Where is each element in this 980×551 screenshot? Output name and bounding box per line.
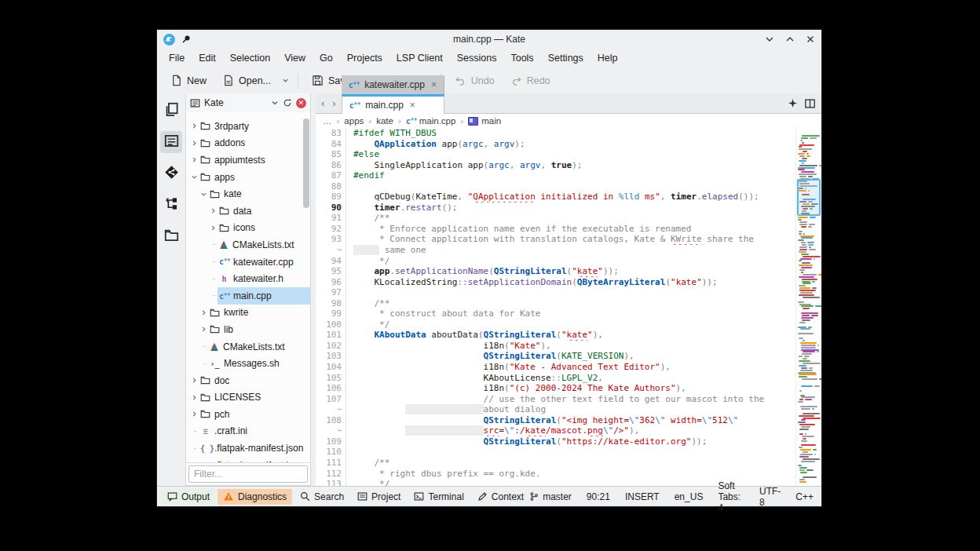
undo-button[interactable]: Undo <box>448 71 502 90</box>
statusbar-toggle-diagnostics[interactable]: Diagnostics <box>218 489 292 505</box>
tree-item-main.cpp[interactable]: ╶c++main.cpp <box>186 287 310 305</box>
tree-item-3rdparty[interactable]: 3rdparty <box>186 118 310 135</box>
statusbar-toggle-output[interactable]: Output <box>162 489 215 505</box>
tab-main.cpp[interactable]: c++main.cpp× <box>342 94 444 114</box>
expander-closed-icon[interactable] <box>189 394 199 401</box>
open-button[interactable]: Open... <box>215 71 278 90</box>
tab-katewaiter.cpp[interactable]: c++katewaiter.cpp× <box>342 75 444 94</box>
statusbar-toggle-search[interactable]: Search <box>294 489 349 505</box>
menu-tools[interactable]: Tools <box>503 50 540 66</box>
expander-closed-icon[interactable] <box>199 309 208 316</box>
expander-closed-icon[interactable] <box>189 411 199 418</box>
expander-closed-icon[interactable] <box>189 140 199 147</box>
menu-view[interactable]: View <box>277 50 313 66</box>
code-view[interactable]: 83#ifdef WITH_DBUS84 QApplication app(ar… <box>316 128 795 486</box>
tree-item-lib[interactable]: lib <box>186 321 310 338</box>
project-switch-chevron-icon[interactable] <box>271 99 279 107</box>
close-button[interactable] <box>806 35 815 44</box>
tab-close-icon[interactable]: × <box>408 100 415 111</box>
statusbar-soft-tabs-4[interactable]: Soft Tabs: 4 <box>718 480 744 513</box>
sidebar-tool-symbols[interactable] <box>160 194 182 216</box>
minimap-line <box>799 294 814 296</box>
tree-item-messages.sh[interactable]: ╶›_Messages.sh <box>186 355 310 372</box>
expander-closed-icon[interactable] <box>208 207 218 214</box>
tree-item-licenses[interactable]: LICENSES <box>186 389 310 407</box>
menu-lsp-client[interactable]: LSP Client <box>389 50 450 66</box>
minimap-line <box>804 356 810 357</box>
statusbar-en-us[interactable]: en_US <box>675 491 704 502</box>
tree-item-icons[interactable]: icons <box>186 220 310 237</box>
tree-scrollbar[interactable] <box>303 119 309 208</box>
tree-item-addons[interactable]: addons <box>186 135 310 152</box>
statusbar-master[interactable]: master <box>529 491 572 502</box>
breadcrumb-label: … <box>323 116 332 126</box>
tree-item-.flatpak-manifest.json[interactable]: ╶{ }.flatpak-manifest.json <box>186 440 310 457</box>
tree-item-apps[interactable]: apps <box>186 169 310 186</box>
menu-go[interactable]: Go <box>313 50 340 66</box>
split-view-icon[interactable] <box>805 99 815 108</box>
statusbar-utf-8[interactable]: UTF-8 <box>759 486 781 508</box>
tree-item-katewaiter.h[interactable]: ╶hkatewaiter.h <box>186 270 310 287</box>
statusbar-c-[interactable]: C++ <box>795 491 814 502</box>
breadcrumb-item--[interactable]: … <box>323 116 332 126</box>
menu-projects[interactable]: Projects <box>340 50 389 66</box>
menu-sessions[interactable]: Sessions <box>450 50 504 66</box>
expander-open-icon[interactable] <box>199 191 208 198</box>
expander-closed-icon[interactable] <box>189 122 199 130</box>
filter-input[interactable] <box>188 465 308 483</box>
tree-item-appiumtests[interactable]: appiumtests <box>186 151 310 169</box>
breadcrumb-item-apps[interactable]: apps <box>344 116 364 126</box>
fold-margin <box>346 298 353 309</box>
tree-item-doc[interactable]: doc <box>186 372 310 389</box>
statusbar-toggle-context[interactable]: Context <box>472 489 529 505</box>
minimap-scrollbar[interactable] <box>795 128 821 486</box>
tree-item-cmakelists.txt[interactable]: ╶CMakeLists.txt <box>186 338 310 356</box>
tab-close-icon[interactable]: × <box>430 79 437 90</box>
close-panel-button[interactable]: ✕ <box>296 98 306 108</box>
minimap-line <box>799 322 806 323</box>
menu-file[interactable]: File <box>162 50 192 66</box>
tab-nav-forward-icon[interactable]: › <box>328 97 339 109</box>
expander-open-icon[interactable] <box>189 173 199 181</box>
statusbar-toggle-terminal[interactable]: Terminal <box>408 489 469 505</box>
tree-item-kwrite[interactable]: kwrite <box>186 305 310 322</box>
sidebar-tool-filesystem[interactable] <box>160 225 182 247</box>
reload-project-icon[interactable] <box>283 98 292 108</box>
tree-item-data[interactable]: data <box>186 203 310 220</box>
expander-closed-icon[interactable] <box>189 156 199 163</box>
minimap-line <box>801 367 807 369</box>
quick-open-icon[interactable] <box>788 99 797 108</box>
statusbar-toggle-project[interactable]: Project <box>352 489 406 505</box>
tree-item-kate[interactable]: kate <box>186 185 310 203</box>
sidebar-tool-projects[interactable] <box>160 131 182 153</box>
menu-edit[interactable]: Edit <box>192 50 223 66</box>
menu-settings[interactable]: Settings <box>541 50 591 66</box>
sidebar-tool-git[interactable] <box>160 162 182 184</box>
pin-icon[interactable] <box>181 35 191 44</box>
tree-item-cmakelists.txt[interactable]: ╶CMakeLists.txt <box>186 236 310 254</box>
menu-help[interactable]: Help <box>591 50 625 66</box>
minimize-button[interactable] <box>765 35 774 44</box>
breadcrumb-item-main-cpp[interactable]: c++main.cpp <box>406 116 456 126</box>
redo-button[interactable]: Redo <box>503 71 558 90</box>
expander-closed-icon[interactable] <box>199 326 208 333</box>
minimap-viewport[interactable] <box>797 179 821 216</box>
breadcrumb-item-kate[interactable]: kate <box>376 116 393 126</box>
breadcrumb-item-main[interactable]: main <box>468 116 501 126</box>
new-button[interactable]: New <box>163 71 214 90</box>
statusbar-insert[interactable]: INSERT <box>625 491 660 502</box>
tree-item-katewaiter.cpp[interactable]: ╶c++katewaiter.cpp <box>186 254 310 271</box>
sidebar-tool-documents[interactable] <box>160 100 182 122</box>
maximize-button[interactable] <box>785 35 795 44</box>
line-number: 95 <box>316 266 346 277</box>
expander-closed-icon[interactable] <box>189 377 199 384</box>
tree-item-.flatpak-manifest.jso[interactable]: ╶≡.flatpak-manifest.jso <box>186 457 310 462</box>
menu-selection[interactable]: Selection <box>223 50 277 66</box>
tab-nav-back-icon[interactable]: ‹ <box>317 97 328 109</box>
tree-branch-tick: ╶ <box>208 275 218 283</box>
expander-closed-icon[interactable] <box>208 224 218 232</box>
tree-item-.craft.ini[interactable]: ╶≡.craft.ini <box>186 423 310 440</box>
statusbar-90-21[interactable]: 90:21 <box>587 491 610 502</box>
tree-item-pch[interactable]: pch <box>186 406 310 423</box>
open-dropdown-button[interactable] <box>280 73 291 88</box>
